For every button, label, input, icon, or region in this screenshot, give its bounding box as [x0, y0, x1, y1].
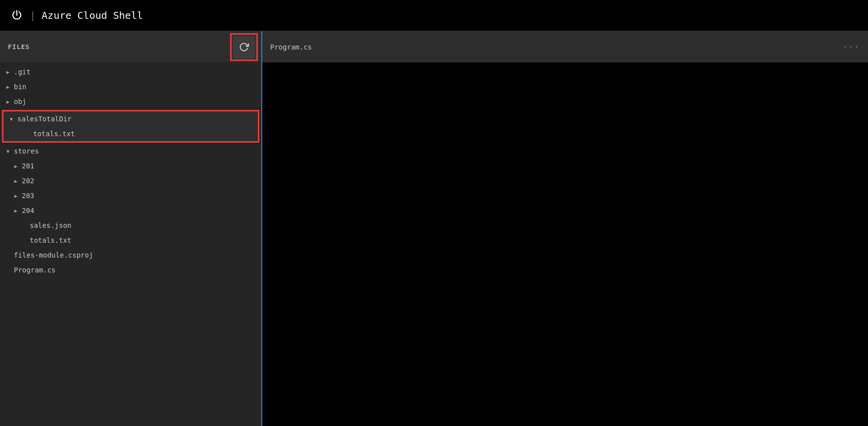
refresh-button-highlight: [230, 33, 258, 61]
item-name-totals-txt-1: totals.txt: [33, 130, 75, 138]
arrow-204: ▶: [12, 207, 20, 214]
tree-item-201[interactable]: ▶ 201: [0, 159, 261, 173]
tree-item-202[interactable]: ▶ 202: [0, 173, 261, 188]
tree-item-sales-json[interactable]: ▶ sales.json: [0, 218, 261, 233]
item-name-202: 202: [22, 177, 34, 185]
file-tree: ▶ .git ▶ bin ▶ obj ▼ salesTotalDir ▶: [0, 62, 261, 426]
refresh-button-container: [227, 31, 261, 62]
arrow-bin: ▶: [4, 83, 12, 91]
sidebar: FILES ▶ .git: [0, 31, 262, 426]
arrow-salestotaldir: ▼: [7, 115, 15, 123]
item-name-201: 201: [22, 162, 34, 170]
editor-content: [262, 62, 868, 426]
item-name-totals-txt-2: totals.txt: [30, 236, 71, 244]
editor-area: Program.cs ···: [262, 31, 868, 426]
tree-item-stores[interactable]: ▼ stores: [0, 144, 261, 159]
editor-menu-dots[interactable]: ···: [843, 42, 860, 52]
title-bar: | Azure Cloud Shell: [0, 0, 868, 31]
highlighted-group: ▼ salesTotalDir ▶ totals.txt: [2, 110, 259, 143]
tree-item-git[interactable]: ▶ .git: [0, 64, 261, 79]
tree-item-totals-txt-2[interactable]: ▶ totals.txt: [0, 233, 261, 248]
item-name-204: 204: [22, 207, 34, 214]
main-layout: FILES ▶ .git: [0, 31, 868, 426]
arrow-stores: ▼: [4, 147, 12, 155]
arrow-git: ▶: [4, 68, 12, 76]
tree-item-bin[interactable]: ▶ bin: [0, 79, 261, 94]
item-name-sales-json: sales.json: [30, 221, 71, 229]
title-bar-separator: |: [30, 9, 36, 21]
tree-item-204[interactable]: ▶ 204: [0, 203, 261, 218]
tree-item-files-csproj[interactable]: ▶ files-module.csproj: [0, 248, 261, 263]
tree-item-totals-txt-1[interactable]: ▶ totals.txt: [3, 126, 258, 141]
arrow-obj: ▶: [4, 98, 12, 106]
app-title: Azure Cloud Shell: [42, 9, 143, 21]
tree-item-program-cs[interactable]: ▶ Program.cs: [0, 263, 261, 277]
refresh-icon: [239, 42, 249, 52]
tree-item-salestotaldir[interactable]: ▼ salesTotalDir: [3, 111, 258, 126]
item-name-files-csproj: files-module.csproj: [14, 251, 93, 259]
arrow-203: ▶: [12, 192, 20, 200]
tree-item-obj[interactable]: ▶ obj: [0, 94, 261, 109]
tree-item-203[interactable]: ▶ 203: [0, 188, 261, 203]
power-icon: [10, 8, 24, 22]
editor-tab[interactable]: Program.cs: [270, 43, 312, 51]
arrow-202: ▶: [12, 177, 20, 185]
item-name-git: .git: [14, 68, 31, 76]
arrow-201: ▶: [12, 162, 20, 170]
editor-tab-bar: Program.cs ···: [262, 31, 868, 62]
item-name-program-cs: Program.cs: [14, 266, 55, 274]
item-name-stores: stores: [14, 147, 39, 155]
refresh-button[interactable]: [233, 36, 255, 58]
item-name-bin: bin: [14, 83, 26, 91]
files-label: FILES: [8, 43, 30, 51]
sidebar-header: FILES: [0, 31, 261, 62]
item-name-obj: obj: [14, 98, 26, 106]
item-name-203: 203: [22, 192, 34, 200]
item-name-salestotaldir: salesTotalDir: [17, 115, 72, 123]
